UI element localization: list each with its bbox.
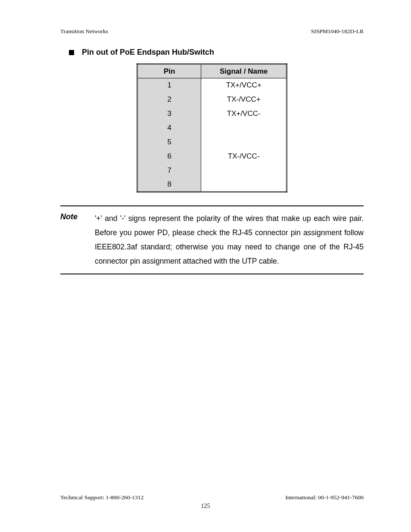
- cell-pin: 2: [137, 93, 201, 107]
- header-right: SISPM1040-182D-LR: [311, 28, 364, 35]
- cell-signal: [201, 121, 287, 135]
- cell-pin: 6: [137, 149, 201, 164]
- cell-pin: 7: [137, 164, 201, 178]
- cell-signal: TX+/VCC+: [201, 78, 287, 93]
- table-header-signal: Signal / Name: [201, 64, 287, 78]
- pinout-table: Pin Signal / Name 1 TX+/VCC+ 2 TX-/VCC+ …: [137, 63, 287, 193]
- table-header-row: Pin Signal / Name: [137, 64, 287, 78]
- cell-signal: TX-/VCC+: [201, 93, 287, 107]
- table-row: 3 TX+/VCC-: [137, 107, 287, 121]
- bullet-square-icon: [69, 50, 74, 55]
- cell-signal: [201, 178, 287, 192]
- section-heading: Pin out of PoE Endspan Hub/Switch: [69, 48, 364, 57]
- table-row: 4: [137, 121, 287, 135]
- cell-pin: 8: [137, 178, 201, 192]
- cell-signal: TX+/VCC-: [201, 107, 287, 121]
- table-header-pin: Pin: [137, 64, 201, 78]
- cell-pin: 3: [137, 107, 201, 121]
- note-block: Note '+' and '-' signs represent the pol…: [60, 205, 364, 274]
- footer-left: Technical Support: 1-800-260-1312: [60, 494, 143, 501]
- footer-right: International: 00-1-952-941-7600: [285, 494, 364, 501]
- table-row: 6 TX-/VCC-: [137, 149, 287, 164]
- cell-signal: [201, 164, 287, 178]
- table-row: 2 TX-/VCC+: [137, 93, 287, 107]
- page-number: 125: [0, 503, 411, 510]
- table-row: 8: [137, 178, 287, 192]
- page-header: Transition Networks SISPM1040-182D-LR: [60, 28, 364, 35]
- table-row: 5: [137, 135, 287, 149]
- table-row: 1 TX+/VCC+: [137, 78, 287, 93]
- cell-signal: [201, 135, 287, 149]
- note-text: '+' and '-' signs represent the polarity…: [95, 212, 364, 268]
- header-left: Transition Networks: [60, 28, 108, 35]
- cell-pin: 1: [137, 78, 201, 93]
- table-row: 7: [137, 164, 287, 178]
- note-label: Note: [60, 212, 86, 268]
- cell-pin: 4: [137, 121, 201, 135]
- section-title: Pin out of PoE Endspan Hub/Switch: [82, 48, 214, 57]
- cell-signal: TX-/VCC-: [201, 149, 287, 164]
- page-footer: Technical Support: 1-800-260-1312 Intern…: [60, 494, 364, 501]
- cell-pin: 5: [137, 135, 201, 149]
